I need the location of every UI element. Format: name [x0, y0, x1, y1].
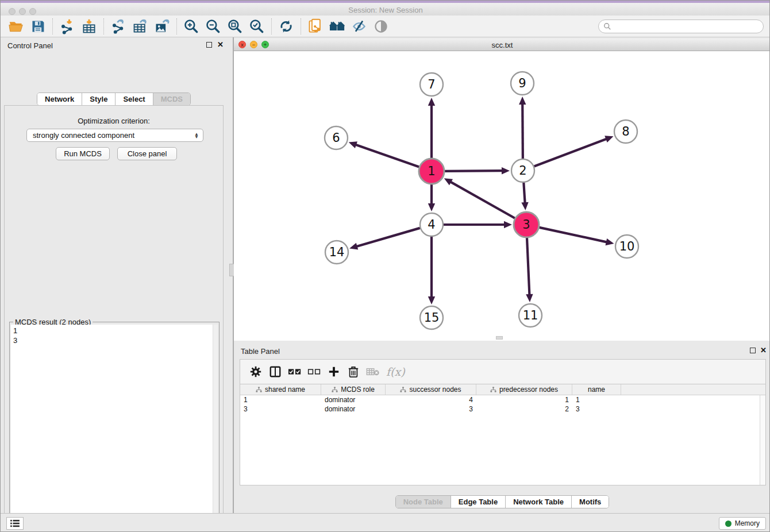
- table-options-icon[interactable]: [246, 363, 265, 380]
- edge-arrowhead: [504, 221, 512, 228]
- table-scrollbar[interactable]: [760, 395, 765, 485]
- edge-arrowhead: [428, 203, 435, 211]
- table-cell: dominator: [321, 395, 386, 404]
- delete-columns-icon[interactable]: [344, 363, 363, 380]
- table-panel: Table Panel ✕: [234, 343, 770, 512]
- apply-layout-icon[interactable]: [275, 17, 297, 36]
- table-panel-header: Table Panel ✕: [234, 343, 770, 359]
- edge-2-3[interactable]: [523, 183, 525, 203]
- network-window-titlebar[interactable]: x − + scc.txt: [234, 38, 770, 51]
- select-all-columns-icon[interactable]: [285, 363, 305, 380]
- node-label: 4: [428, 218, 435, 232]
- show-hide-panels-icon[interactable]: [326, 17, 348, 36]
- edge-1-6[interactable]: [355, 145, 419, 167]
- mcds-result-line: 3: [13, 336, 215, 345]
- import-network-icon[interactable]: [56, 17, 78, 36]
- mcds-result-groupbox: MCDS result (2 nodes) 13: [9, 322, 220, 532]
- node-label: 11: [523, 309, 538, 322]
- zoom-selected-icon[interactable]: [246, 17, 268, 36]
- edge-3-10[interactable]: [539, 228, 607, 242]
- toolbar-divider: [52, 18, 53, 34]
- hide-selected-icon[interactable]: [348, 17, 370, 36]
- edge-3-1[interactable]: [450, 182, 515, 218]
- table-cell: 2: [476, 404, 572, 414]
- column-header-successor-nodes[interactable]: successor nodes: [386, 384, 476, 395]
- function-builder-icon[interactable]: f(x): [386, 365, 405, 378]
- close-table-panel-icon[interactable]: ✕: [760, 346, 767, 354]
- table-cell: 4: [386, 395, 476, 404]
- create-column-icon[interactable]: [324, 363, 344, 380]
- new-network-from-selection-icon[interactable]: [305, 17, 326, 36]
- edge-3-11[interactable]: [527, 238, 529, 295]
- open-session-icon[interactable]: [5, 17, 27, 36]
- control-panel-title: Control Panel: [7, 41, 53, 50]
- table-cell: dominator: [321, 404, 386, 414]
- table-row[interactable]: 1dominator411: [240, 395, 765, 404]
- column-header-name[interactable]: name: [572, 384, 621, 395]
- float-panel-icon[interactable]: [206, 42, 212, 48]
- edge-2-9[interactable]: [522, 103, 523, 159]
- tab-motifs[interactable]: Motifs: [572, 496, 609, 508]
- edge-arrowhead: [526, 294, 533, 302]
- network-graph-canvas[interactable]: 7968124314101511: [234, 51, 770, 341]
- edge-arrowhead: [605, 136, 613, 142]
- edge-arrowhead: [521, 202, 528, 210]
- node-label: 6: [332, 131, 340, 145]
- zoom-out-icon[interactable]: [202, 17, 224, 36]
- memory-status-icon: [725, 521, 732, 527]
- canvas-bottom-grip[interactable]: [496, 336, 503, 340]
- toolbar-divider: [103, 18, 104, 34]
- node-label: 8: [622, 125, 629, 138]
- table-cell: 3: [386, 404, 476, 414]
- column-header-MCDS-role[interactable]: MCDS role: [321, 384, 386, 395]
- search-box[interactable]: [598, 20, 764, 33]
- column-header-predecessor-nodes[interactable]: predecessor nodes: [476, 384, 572, 395]
- tab-style[interactable]: Style: [82, 93, 116, 105]
- table-cell: 1: [476, 395, 572, 404]
- edge-2-8[interactable]: [534, 138, 607, 166]
- table-row[interactable]: 3dominator323: [240, 404, 765, 414]
- node-table[interactable]: shared nameMCDS rolesuccessor nodesprede…: [240, 384, 766, 485]
- edge-4-14[interactable]: [356, 228, 420, 246]
- unselect-all-columns-icon[interactable]: [305, 363, 324, 380]
- delete-table-icon[interactable]: [363, 363, 383, 380]
- node-label: 9: [518, 76, 526, 90]
- export-table-icon[interactable]: [129, 17, 151, 36]
- mcds-result-list[interactable]: 13: [11, 325, 218, 532]
- run-mcds-button[interactable]: Run MCDS: [56, 147, 110, 160]
- tab-select[interactable]: Select: [116, 93, 153, 105]
- show-columns-icon[interactable]: [265, 363, 285, 380]
- show-all-icon[interactable]: [370, 17, 392, 36]
- result-scrollbar[interactable]: [213, 325, 218, 532]
- tab-node-table[interactable]: Node Table: [396, 496, 451, 508]
- close-panel-button[interactable]: Close panel: [117, 147, 177, 160]
- edge-arrowhead: [428, 98, 435, 106]
- edge-1-2[interactable]: [445, 171, 503, 171]
- tab-network[interactable]: Network: [37, 93, 82, 105]
- table-panel-title: Table Panel: [241, 347, 280, 356]
- criterion-select[interactable]: strongly connected component ▲▼: [26, 129, 203, 142]
- task-history-button[interactable]: [6, 517, 24, 530]
- titlebar: Session: New Session: [1, 3, 770, 16]
- table-cell: 1: [572, 395, 621, 404]
- control-panel-tabs: NetworkStyleSelectMCDS: [1, 92, 227, 106]
- tab-edge-table[interactable]: Edge Table: [451, 496, 506, 508]
- application-window: Session: New Session: [0, 0, 770, 532]
- tab-mcds[interactable]: MCDS: [153, 93, 190, 105]
- node-label: 14: [329, 245, 345, 259]
- search-input[interactable]: [611, 21, 763, 32]
- column-header-shared-name[interactable]: shared name: [240, 384, 321, 395]
- control-panel-header: Control Panel ✕: [1, 37, 227, 53]
- tab-network-table[interactable]: Network Table: [506, 496, 572, 508]
- save-session-icon[interactable]: [27, 17, 49, 36]
- zoom-in-icon[interactable]: [180, 17, 202, 36]
- import-table-icon[interactable]: [78, 17, 100, 36]
- table-cell: 1: [240, 395, 321, 404]
- export-network-icon[interactable]: [107, 17, 129, 36]
- node-label: 3: [522, 218, 530, 232]
- close-panel-icon[interactable]: ✕: [217, 40, 224, 49]
- zoom-fit-icon[interactable]: [224, 17, 246, 36]
- float-table-panel-icon[interactable]: [750, 348, 756, 353]
- export-image-icon[interactable]: [151, 17, 173, 36]
- memory-button[interactable]: Memory: [719, 517, 766, 530]
